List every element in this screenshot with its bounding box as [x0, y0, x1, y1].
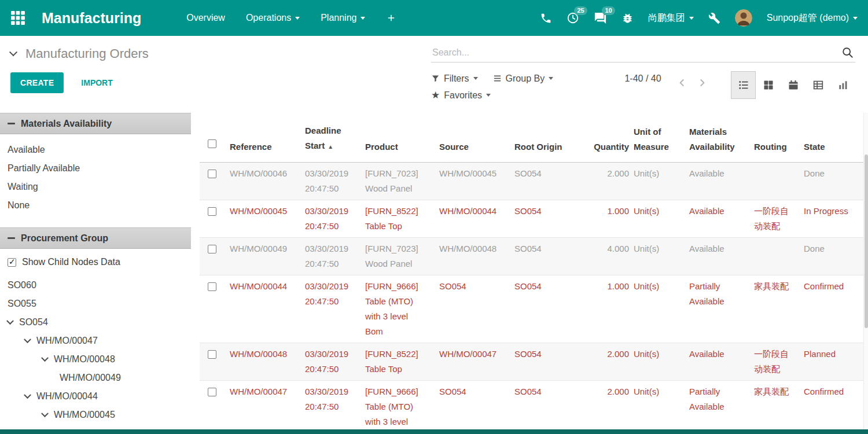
row-checkbox[interactable] — [200, 163, 226, 200]
cell-source: WH/MO/00044 — [436, 200, 511, 237]
cell-quantity: 2.000 — [585, 343, 630, 380]
column-header-deadline[interactable]: Deadline Start▲ — [301, 123, 362, 162]
app-title[interactable]: Manufacturing — [42, 10, 141, 27]
column-header-availability[interactable]: Materials Availability — [686, 124, 751, 162]
search-input[interactable] — [431, 47, 841, 58]
section-title: Procurement Group — [21, 233, 108, 244]
window-bottom-edge — [0, 429, 868, 434]
procurement-group-section-header[interactable]: Procurement Group — [0, 227, 191, 249]
column-header-reference[interactable]: Reference — [226, 139, 301, 162]
row-checkbox[interactable] — [200, 275, 226, 343]
menu-overview[interactable]: Overview — [186, 13, 225, 23]
column-header-routing[interactable]: Routing — [751, 139, 800, 162]
tree-item-SO054[interactable]: SO054 — [0, 313, 191, 332]
favorites-label: Favorites — [444, 90, 482, 101]
chevron-down-icon[interactable] — [24, 336, 31, 343]
pager-previous-button[interactable] — [676, 77, 688, 89]
apps-menu-icon[interactable] — [10, 10, 25, 25]
collapse-chevron-icon[interactable] — [9, 48, 17, 56]
cell-availability: Partially Available — [686, 275, 751, 343]
cell-uom: Unit(s) — [630, 238, 686, 275]
availability-filter-available[interactable]: Available — [0, 141, 191, 159]
column-header-root_origin[interactable]: Root Origin — [511, 139, 585, 162]
availability-filter-partially-available[interactable]: Partially Available — [0, 159, 191, 178]
column-header-uom[interactable]: Unit of Measure — [630, 124, 686, 162]
column-header-state[interactable]: State — [800, 139, 858, 162]
checkbox-checked-icon[interactable] — [8, 258, 16, 267]
phone-icon[interactable] — [540, 12, 552, 24]
view-list-button[interactable] — [731, 71, 756, 99]
messages-icon[interactable]: 10 — [594, 12, 607, 25]
cell-quantity: 4.000 — [585, 238, 630, 275]
table-row-WH/MO/00049[interactable]: WH/MO/0004903/30/2019 20:47:50[FURN_7023… — [200, 238, 863, 275]
menu-planning-label: Planning — [321, 13, 356, 23]
user-menu[interactable]: Sunpop超管 (demo) — [767, 12, 858, 24]
chevron-down-icon[interactable] — [41, 354, 49, 362]
row-checkbox[interactable] — [200, 200, 226, 237]
cell-root_origin: SO054 — [511, 238, 585, 275]
row-checkbox[interactable] — [200, 343, 226, 380]
tree-item-SO055[interactable]: SO055 — [0, 295, 191, 313]
select-all-checkbox[interactable] — [200, 138, 226, 162]
column-header-quantity[interactable]: Quantity — [585, 139, 630, 162]
table-row-WH/MO/00047[interactable]: WH/MO/0004703/30/2019 20:47:50[FURN_9666… — [200, 381, 863, 429]
tree-item-WH/MO/00049[interactable]: WH/MO/00049 — [0, 369, 191, 387]
scrollbar-thumb[interactable] — [865, 155, 868, 328]
view-kanban-button[interactable] — [756, 71, 781, 99]
table-row-WH/MO/00044[interactable]: WH/MO/0004403/30/2019 20:47:50[FURN_9666… — [200, 275, 863, 343]
settings-wrench-icon[interactable] — [708, 12, 720, 24]
column-header-product[interactable]: Product — [362, 139, 436, 162]
favorites-dropdown[interactable]: ★ Favorites — [431, 90, 491, 101]
chevron-down-icon[interactable] — [24, 391, 31, 399]
table-row-WH/MO/00045[interactable]: WH/MO/0004503/30/2019 20:47:50[FURN_8522… — [200, 200, 863, 238]
user-avatar[interactable] — [735, 9, 752, 27]
cell-routing: 家具装配 — [751, 275, 800, 343]
cell-deadline: 03/30/2019 20:47:50 — [301, 238, 362, 275]
chevron-down-icon — [549, 77, 553, 82]
cell-state: Done — [800, 238, 858, 275]
row-checkbox[interactable] — [200, 381, 226, 429]
tree-item-label: WH/MO/00049 — [60, 373, 121, 383]
view-calendar-button[interactable] — [781, 71, 806, 99]
group-by-label: Group By — [506, 73, 545, 84]
tree-item-SO060[interactable]: SO060 — [0, 276, 191, 295]
pager-next-button[interactable] — [696, 77, 708, 89]
table-row-WH/MO/00048[interactable]: WH/MO/0004803/30/2019 20:47:50[FURN_8522… — [200, 343, 863, 381]
availability-filter-none[interactable]: None — [0, 196, 191, 215]
column-header-label: Materials Availability — [689, 127, 735, 152]
show-child-nodes-checkbox[interactable]: Show Child Nodes Data — [0, 249, 191, 269]
tree-item-WH/MO/00045[interactable]: WH/MO/00045 — [0, 406, 191, 424]
view-pivot-button[interactable] — [806, 71, 830, 99]
company-switcher[interactable]: 尚鹏集团 — [648, 12, 694, 24]
activities-clock-icon[interactable]: 25 — [567, 12, 579, 24]
chevron-down-icon — [473, 77, 478, 82]
column-header-label: Routing — [754, 142, 787, 152]
vertical-scrollbar[interactable] — [863, 113, 868, 429]
view-graph-button[interactable] — [830, 71, 855, 99]
table-row-WH/MO/00046[interactable]: WH/MO/0004603/30/2019 20:47:50[FURN_7023… — [200, 163, 863, 200]
availability-filter-waiting[interactable]: Waiting — [0, 178, 191, 196]
add-menu-button[interactable] — [386, 13, 396, 23]
create-button[interactable]: CREATE — [10, 72, 64, 93]
tree-item-label: SO054 — [19, 317, 48, 328]
debug-bug-icon[interactable] — [621, 12, 634, 24]
control-panel: Manufacturing Orders CREATE IMPORT — [0, 36, 868, 113]
filters-dropdown[interactable]: Filters — [431, 73, 478, 84]
group-by-dropdown[interactable]: Group By — [493, 73, 554, 84]
menu-planning[interactable]: Planning — [321, 13, 365, 23]
column-header-source[interactable]: Source — [436, 139, 511, 162]
search-icon[interactable] — [841, 46, 854, 59]
row-checkbox[interactable] — [200, 238, 226, 275]
cell-reference: WH/MO/00049 — [226, 238, 301, 275]
tree-item-WH/MO/00044[interactable]: WH/MO/00044 — [0, 387, 191, 406]
tree-item-WH/MO/00047[interactable]: WH/MO/00047 — [0, 332, 191, 350]
filters-label: Filters — [444, 73, 469, 84]
chevron-down-icon[interactable] — [6, 317, 14, 325]
import-button[interactable]: IMPORT — [78, 78, 116, 88]
menu-operations[interactable]: Operations — [246, 13, 300, 23]
materials-availability-section-header[interactable]: Materials Availability — [0, 113, 191, 134]
tree-item-WH/MO/00048[interactable]: WH/MO/00048 — [0, 350, 191, 369]
chevron-down-icon[interactable] — [41, 410, 49, 417]
cell-product: [FURN_8522] Table Top — [362, 200, 436, 237]
cell-routing — [751, 238, 800, 275]
